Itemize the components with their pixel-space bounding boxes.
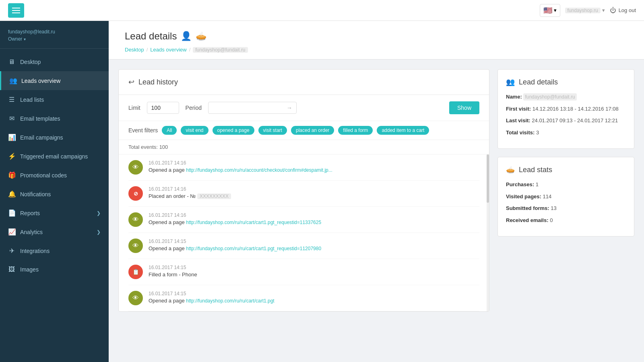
- sidebar: fundayshop@leadit.ru Owner ▾ Desktop 👥 L…: [0, 21, 109, 362]
- lead-details-title-text: Lead details: [519, 78, 558, 86]
- breadcrumb: Desktop / Leads overview / fundayshop@fu…: [125, 47, 628, 53]
- sidebar-item-email-templates[interactable]: ✉ Email templates: [0, 109, 109, 128]
- event-content: 16.01.2017 14:15 Filled a form - Phone: [149, 265, 479, 278]
- logout-button[interactable]: ⏻ Log out: [610, 7, 636, 14]
- first-visit-value: 14.12.2016 13:18 - 14.12.2016 17:08: [533, 106, 619, 112]
- sidebar-item-images[interactable]: 🖼 Images: [0, 260, 109, 279]
- event-link[interactable]: http://fundayshop.com/ru/ru/account/chec…: [186, 167, 332, 173]
- event-desc: Opened a page http://fundayshop.com/ru/r…: [149, 167, 479, 173]
- event-desc: Opened a page http://fundayshop.com/ru/r…: [149, 245, 479, 251]
- sidebar-item-email-templates-label: Email templates: [20, 115, 101, 122]
- main-layout: fundayshop@leadit.ru Owner ▾ Desktop 👥 L…: [0, 21, 644, 362]
- show-button[interactable]: Show: [449, 101, 479, 114]
- notifications-icon: 🔔: [8, 190, 15, 198]
- analytics-icon: 📈: [8, 228, 15, 236]
- person-icon: 👤: [181, 31, 192, 41]
- event-desc: Opened a page http://fundayshop.com/ru/r…: [149, 219, 479, 225]
- detail-name-row: Name: fundayshop@fundait.ru: [506, 93, 626, 101]
- total-visits-value: 3: [536, 130, 539, 136]
- event-content: 16.01.2017 14:16 Opened a page http://fu…: [149, 160, 479, 173]
- event-item: 📋 16.01.2017 14:15 Filled a form - Phone: [128, 259, 479, 285]
- breadcrumb-desktop[interactable]: Desktop: [125, 47, 144, 53]
- sidebar-item-promo-codes[interactable]: 🎁 Promotional codes: [0, 166, 109, 185]
- events-list: 👁 16.01.2017 14:16 Opened a page http://…: [119, 154, 489, 311]
- lead-stats-card: 🥧 Lead stats Purchases: 1 Visited pages:…: [497, 157, 634, 237]
- reports-icon: 📄: [8, 209, 15, 217]
- integrations-icon: ✈: [8, 247, 15, 255]
- tag-visit-start[interactable]: visit start: [258, 126, 287, 135]
- sidebar-item-analytics[interactable]: 📈 Analytics ❯: [0, 222, 109, 241]
- lead-lists-icon: ☰: [8, 96, 15, 103]
- history-icon: ↩: [128, 78, 134, 86]
- language-selector[interactable]: 🇺🇸 ▾: [540, 4, 560, 17]
- sidebar-role-dropdown[interactable]: Owner ▾: [8, 36, 101, 42]
- email-campaigns-icon: 📊: [8, 134, 15, 141]
- sidebar-item-leads-overview[interactable]: 👥 Leads overview: [0, 71, 109, 90]
- page-title: Lead details 👤 🥧: [125, 31, 628, 42]
- event-desc: Opened a page http://fundayshop.com/ru/r…: [149, 298, 479, 304]
- event-link[interactable]: http://fundayshop.com/ru/ru/cart/cart1.p…: [186, 246, 321, 251]
- page-title-text: Lead details: [125, 31, 177, 42]
- tag-all[interactable]: All: [162, 126, 177, 135]
- menu-toggle-button[interactable]: [8, 3, 24, 18]
- user-dropdown-arrow: ▾: [602, 7, 605, 13]
- sidebar-item-triggered-campaigns[interactable]: ⚡ Triggered email campaigns: [0, 147, 109, 166]
- sidebar-item-desktop-label: Desktop: [20, 59, 101, 65]
- event-form-icon: 📋: [128, 265, 143, 279]
- lead-details-icon: 👥: [506, 78, 515, 86]
- visited-pages-value: 114: [543, 193, 552, 200]
- purchases-label: Purchases:: [506, 181, 534, 187]
- event-time: 16.01.2017 14:15: [149, 239, 479, 244]
- sidebar-item-lead-lists[interactable]: ☰ Lead lists: [0, 90, 109, 109]
- tag-visit-end[interactable]: visit end: [181, 126, 208, 135]
- sidebar-user-email: fundayshop@leadit.ru: [8, 29, 101, 35]
- sidebar-item-integrations[interactable]: ✈ Integrations: [0, 241, 109, 260]
- event-item: 👁 16.01.2017 14:16 Opened a page http://…: [128, 207, 479, 233]
- breadcrumb-leads[interactable]: Leads overview: [150, 47, 186, 53]
- event-time: 16.01.2017 14:15: [149, 291, 479, 296]
- sidebar-item-images-label: Images: [20, 266, 101, 273]
- event-item: 👁 16.01.2017 14:15 Opened a page http://…: [128, 233, 479, 259]
- user-menu[interactable]: fundayshop.ru ▾: [565, 7, 605, 13]
- sidebar-item-promo-label: Promotional codes: [20, 172, 101, 179]
- event-eye-icon: 👁: [128, 239, 143, 253]
- limit-input[interactable]: [147, 102, 179, 114]
- sidebar-item-notifications-label: Notifications: [20, 191, 101, 197]
- topbar-right: 🇺🇸 ▾ fundayshop.ru ▾ ⏻ Log out: [540, 4, 636, 17]
- chart-icon: 🥧: [196, 31, 206, 41]
- sidebar-item-notifications[interactable]: 🔔 Notifications: [0, 185, 109, 204]
- event-time: 16.01.2017 14:16: [149, 212, 479, 218]
- sidebar-role-arrow: ▾: [24, 37, 26, 41]
- stat-visited-pages-row: Visited pages: 114: [506, 193, 626, 201]
- logout-label: Log out: [619, 7, 636, 13]
- logout-icon: ⏻: [610, 7, 616, 14]
- sidebar-item-reports-label: Reports: [20, 210, 92, 216]
- tag-opened-page[interactable]: opened a page: [213, 126, 254, 135]
- promo-icon: 🎁: [8, 171, 15, 179]
- scrollbar-thumb[interactable]: [487, 154, 489, 203]
- event-desc: Placed an order - № XXXXXXXXX: [149, 193, 479, 199]
- sidebar-item-leads-label: Leads overview: [21, 78, 101, 84]
- lead-history-header: ↩ Lead history: [119, 70, 489, 95]
- stat-received-emails-row: Received emails: 0: [506, 216, 626, 224]
- sidebar-item-reports[interactable]: 📄 Reports ❯: [0, 204, 109, 222]
- event-link[interactable]: http://fundayshop.com/ru/ru/cart/cart1.p…: [186, 220, 321, 225]
- tag-placed-order[interactable]: placed an order: [291, 126, 334, 135]
- images-icon: 🖼: [8, 266, 15, 273]
- sidebar-item-integrations-label: Integrations: [20, 248, 101, 254]
- period-input[interactable]: [213, 105, 280, 111]
- event-link[interactable]: http://fundayshop.com/ru/ru/cart/cart1.p…: [186, 298, 274, 304]
- tag-filled-form[interactable]: filled a form: [338, 126, 373, 135]
- event-time: 16.01.2017 14:16: [149, 160, 479, 166]
- event-content: 16.01.2017 14:16 Placed an order - № XXX…: [149, 186, 479, 199]
- sidebar-item-email-campaigns[interactable]: 📊 Email campaigns: [0, 128, 109, 147]
- sidebar-item-desktop[interactable]: Desktop: [0, 53, 109, 71]
- tag-added-cart[interactable]: added item to a cart: [377, 126, 429, 135]
- event-time: 16.01.2017 14:16: [149, 186, 479, 192]
- total-events-label: Total events:: [128, 144, 158, 150]
- flag-icon: 🇺🇸: [543, 6, 552, 15]
- filter-row: Limit Period → Show: [119, 95, 489, 121]
- event-content: 16.01.2017 14:15 Opened a page http://fu…: [149, 239, 479, 251]
- event-item: 👁 16.01.2017 14:15 Opened a page http://…: [128, 285, 479, 311]
- event-item: ⊘ 16.01.2017 14:16 Placed an order - № X…: [128, 181, 479, 207]
